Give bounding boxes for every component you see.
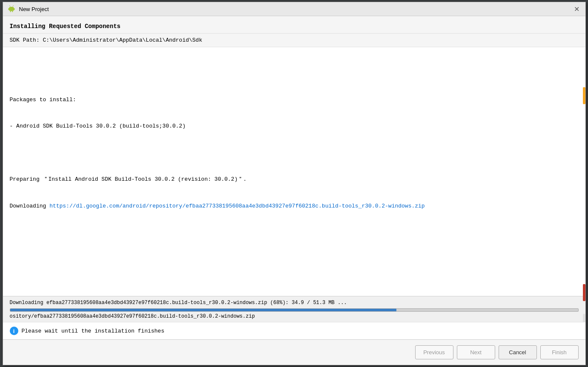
svg-line-7 xyxy=(12,6,13,6)
log-line-empty3 xyxy=(10,228,579,237)
progress-status-text: Downloading efbaa277338195608aa4e3dbd439… xyxy=(10,300,579,306)
finish-button[interactable]: Finish xyxy=(540,345,579,359)
info-message: Please wait until the installation finis… xyxy=(22,328,164,334)
log-line-sdk-build-tools: - Android SDK Build-Tools 30.0.2 (build-… xyxy=(10,122,579,131)
content-area: Installing Requested Components SDK Path… xyxy=(3,16,585,339)
svg-rect-2 xyxy=(8,8,9,10)
info-icon: i xyxy=(10,327,18,335)
progress-bar-container xyxy=(10,308,579,312)
install-header: Installing Requested Components xyxy=(3,16,585,34)
previous-button[interactable]: Previous xyxy=(415,345,453,359)
android-icon xyxy=(7,5,16,13)
install-title: Installing Requested Components xyxy=(10,23,120,30)
info-section: i Please wait until the installation fin… xyxy=(3,322,585,339)
log-line-empty4 xyxy=(10,255,579,264)
download-link[interactable]: https://dl.google.com/android/repository… xyxy=(49,203,425,209)
sdk-path-line: SDK Path: C:\Users\Administrator\AppData… xyxy=(3,34,585,47)
cancel-button[interactable]: Cancel xyxy=(499,345,537,359)
title-bar: New Project ✕ xyxy=(3,2,585,16)
title-bar-left: New Project xyxy=(7,5,49,13)
log-line-preparing: Preparing ＂Install Android SDK Build-Too… xyxy=(10,175,579,184)
dialog-wrapper: New Project ✕ Installing Requested Compo… xyxy=(0,0,588,367)
log-line-empty5 xyxy=(10,282,579,290)
log-line-empty2 xyxy=(10,149,579,158)
log-line-downloading: Downloading https://dl.google.com/androi… xyxy=(10,202,579,211)
svg-rect-5 xyxy=(12,11,13,12)
close-button[interactable]: ✕ xyxy=(573,5,581,13)
new-project-dialog: New Project ✕ Installing Requested Compo… xyxy=(3,2,586,365)
side-accent-right xyxy=(583,87,585,104)
progress-section: Downloading efbaa277338195608aa4e3dbd439… xyxy=(3,296,585,322)
log-line-empty1 xyxy=(10,69,579,78)
next-button[interactable]: Next xyxy=(457,345,495,359)
side-accent-bottom-right2 xyxy=(583,314,585,322)
log-area[interactable]: Packages to install: - Android SDK Build… xyxy=(3,47,585,296)
progress-url-text: ository/efbaa277338195608aa4e3dbd43927e9… xyxy=(10,313,579,319)
log-line-packages: Packages to install: xyxy=(10,96,579,105)
svg-line-6 xyxy=(9,6,10,6)
side-accent-bottom-right xyxy=(583,284,585,301)
window-title: New Project xyxy=(19,6,49,12)
button-bar: Previous Next Cancel Finish xyxy=(3,339,585,365)
progress-bar-fill xyxy=(10,309,396,311)
svg-rect-3 xyxy=(14,8,14,10)
svg-rect-4 xyxy=(10,11,11,12)
